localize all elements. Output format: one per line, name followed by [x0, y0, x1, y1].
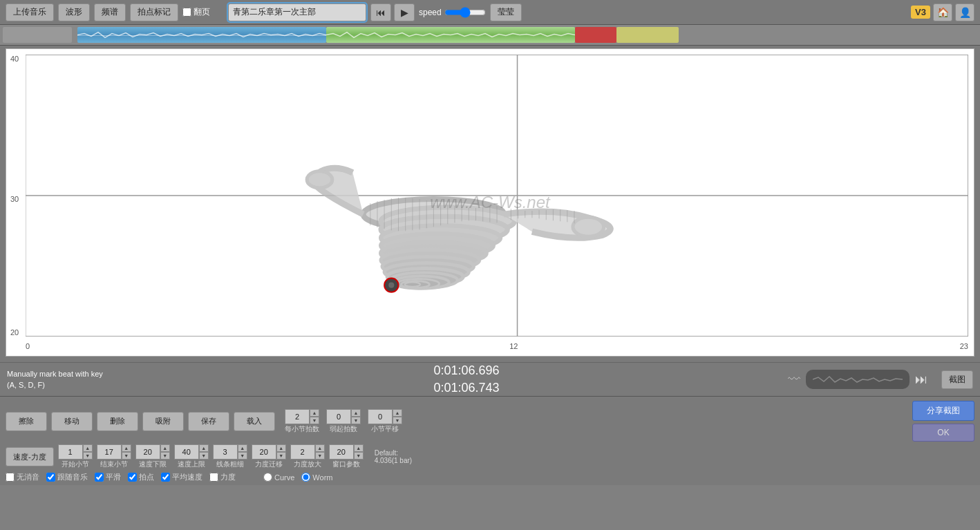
version-badge: V3 [911, 6, 930, 19]
window-param-up[interactable]: ▲ [354, 444, 364, 452]
curve-radio[interactable] [263, 473, 272, 482]
save-btn[interactable]: 保存 [188, 412, 229, 431]
confirm-btn[interactable]: 莹莹 [490, 3, 522, 21]
speed-slider[interactable] [444, 7, 486, 18]
frequency-btn[interactable]: 频谱 [94, 3, 126, 21]
speed-force-btn[interactable]: 速度-力度 [6, 447, 54, 466]
controls-row3: 无消音 跟随音乐 平滑 拍点 平均速度 力度 Curve Worm [6, 472, 974, 482]
replay-btn[interactable]: 截图 [941, 370, 973, 389]
bar-count-up[interactable]: ▲ [393, 409, 402, 417]
line-thick-input[interactable] [213, 444, 238, 460]
beats-per-bar-group: ▲ ▼ 每小节拍数 [285, 409, 319, 434]
beats-per-bar-input[interactable] [285, 409, 310, 424]
force-transfer-down[interactable]: ▼ [276, 452, 286, 460]
worm-item: Worm [301, 473, 332, 482]
speed-down-group: ▲ ▼ 速度下限 [135, 444, 170, 469]
start-bar-input[interactable] [58, 444, 83, 460]
line-thick-group: ▲ ▼ 线条粗细 [213, 444, 247, 469]
start-bar-group: ▲ ▼ 开始小节 [58, 444, 93, 469]
page-checkbox[interactable] [182, 8, 191, 17]
time2: 0:01:06.743 [145, 379, 788, 397]
waveform-btn[interactable]: 波形 [58, 3, 90, 21]
bar-count-input[interactable] [368, 409, 393, 424]
end-bar-down[interactable]: ▼ [122, 452, 131, 460]
no-silence-label: 无消音 [17, 472, 39, 482]
x-axis-23: 23 [960, 342, 968, 350]
erase-btn[interactable]: 擦除 [6, 412, 47, 431]
waveform-empty [3, 27, 72, 43]
ok-btn[interactable]: OK [912, 424, 974, 442]
start-beats-input[interactable] [326, 409, 351, 424]
transport-controls: ⏮ ▶ [370, 3, 415, 21]
worm-radio[interactable] [301, 473, 310, 482]
beats-per-bar-arrows: ▲ ▼ [310, 409, 319, 424]
waveform-red-section[interactable] [575, 27, 616, 43]
home-btn[interactable]: 🏠 [933, 3, 952, 21]
start-bar-label: 开始小节 [58, 460, 93, 469]
beats-per-bar-down[interactable]: ▼ [310, 417, 319, 424]
waveform-olive-section[interactable] [616, 27, 679, 43]
worm-label: Worm [312, 473, 332, 482]
speed-down-input[interactable] [135, 444, 160, 460]
x-axis-12: 12 [509, 342, 518, 350]
end-bar-group: ▲ ▼ 结束小节 [97, 444, 131, 469]
user-btn[interactable]: 👤 [955, 3, 974, 21]
chart-container[interactable]: 40 30 20 0 12 23 [6, 48, 974, 357]
waveform-mini[interactable] [806, 370, 910, 389]
end-bar-up[interactable]: ▲ [122, 444, 131, 452]
force-zoom-down[interactable]: ▼ [315, 452, 325, 460]
force-transfer-input[interactable] [252, 444, 276, 460]
line-thick-up[interactable]: ▲ [238, 444, 247, 452]
speed-down-up[interactable]: ▲ [160, 444, 170, 452]
speed-up-input[interactable] [174, 444, 199, 460]
page-label: 翻页 [194, 6, 210, 18]
back-btn[interactable]: ⏮ [370, 3, 391, 21]
play-btn[interactable]: ▶ [394, 3, 415, 21]
force-zoom-arrows: ▲ ▼ [315, 444, 325, 460]
follow-sound-checkbox[interactable] [46, 473, 55, 482]
curve-label: Curve [274, 473, 294, 482]
beat-marker-btn[interactable]: 拍点标记 [130, 3, 178, 21]
start-beats-label: 弱起拍数 [326, 424, 361, 434]
speed-up-up[interactable]: ▲ [199, 444, 209, 452]
waveform-icon-area: 〰 ⏭ [788, 370, 927, 389]
force-transfer-up[interactable]: ▲ [276, 444, 286, 452]
skip-end-btn[interactable]: ⏭ [915, 372, 927, 387]
waveform-blue-section[interactable] [77, 27, 326, 43]
start-bar-down[interactable]: ▼ [83, 452, 93, 460]
start-beats-down[interactable]: ▼ [351, 417, 361, 424]
beat-point-checkbox[interactable] [128, 473, 137, 482]
start-beats-up[interactable]: ▲ [351, 409, 361, 417]
window-param-down[interactable]: ▼ [354, 452, 364, 460]
avg-speed-checkbox[interactable] [161, 473, 170, 482]
default-value: 4.036(1 bar) [375, 457, 412, 464]
force-checkbox[interactable] [209, 473, 218, 482]
svg-point-22 [307, 171, 332, 188]
force-zoom-input[interactable] [290, 444, 315, 460]
bar-count-down[interactable]: ▼ [393, 417, 402, 424]
title-input[interactable] [228, 3, 366, 21]
time1: 0:01:06.696 [145, 362, 788, 379]
upload-music-btn[interactable]: 上传音乐 [6, 3, 54, 21]
delete-btn[interactable]: 删除 [97, 412, 138, 431]
end-bar-input[interactable] [97, 444, 122, 460]
force-zoom-group: ▲ ▼ 力度放大 [290, 444, 325, 469]
move-btn[interactable]: 移动 [51, 412, 93, 431]
waveform-green-section[interactable] [326, 27, 575, 43]
speed-up-down[interactable]: ▼ [199, 452, 209, 460]
avg-speed-item: 平均速度 [161, 472, 202, 482]
no-silence-checkbox[interactable] [6, 473, 15, 482]
attach-btn[interactable]: 吸附 [142, 412, 184, 431]
window-param-group: ▲ ▼ 窗口参数 [329, 444, 364, 469]
line-thick-down[interactable]: ▼ [238, 452, 247, 460]
smooth-checkbox[interactable] [95, 473, 104, 482]
force-zoom-up[interactable]: ▲ [315, 444, 325, 452]
speed-down-down[interactable]: ▼ [160, 452, 170, 460]
top-toolbar: 上传音乐 波形 频谱 拍点标记 翻页 ⏮ ▶ speed 莹莹 V3 🏠 👤 [0, 0, 980, 25]
beats-per-bar-up[interactable]: ▲ [310, 409, 319, 417]
window-param-input[interactable] [329, 444, 354, 460]
share-btn[interactable]: 分享截图 [912, 401, 974, 421]
start-bar-up[interactable]: ▲ [83, 444, 93, 452]
load-btn[interactable]: 载入 [234, 412, 275, 431]
line-thick-arrows: ▲ ▼ [238, 444, 247, 460]
